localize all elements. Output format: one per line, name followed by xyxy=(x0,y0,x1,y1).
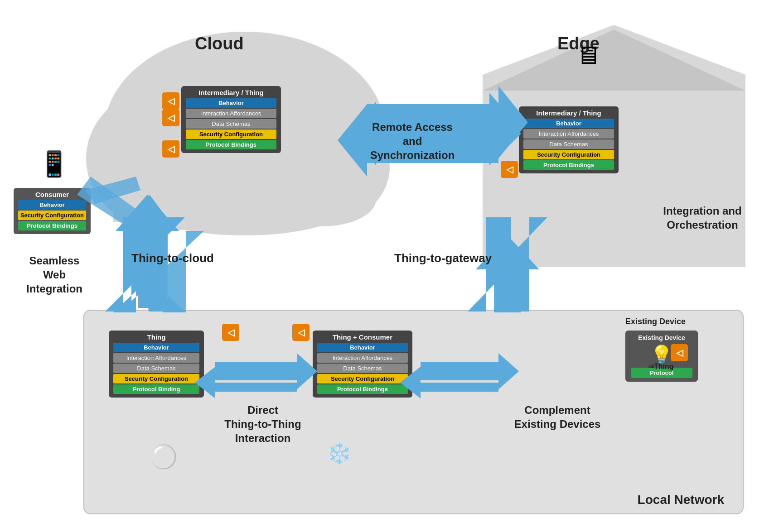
edge-interaction-row: Interaction Affordances xyxy=(523,129,614,139)
cloud-label: Cloud xyxy=(195,34,244,53)
thing-to-cloud-label: Thing-to-cloud xyxy=(131,251,214,265)
edge-intermediary-title: Intermediary / Thing xyxy=(523,109,614,117)
cloud-interaction-row: Interaction Affordances xyxy=(186,109,276,118)
cloud-arrow-1: ◁ xyxy=(162,92,179,110)
svg-point-5 xyxy=(267,172,376,226)
consumer-security-row: Security Configuration xyxy=(18,211,86,220)
edge-protocol-row: Protocol Bindings xyxy=(523,160,614,170)
cloud-arrow-2: ◁ xyxy=(162,109,179,126)
svg-point-3 xyxy=(131,163,358,235)
cloud-intermediary-box: Intermediary / Thing Behavior Interactio… xyxy=(181,86,281,153)
svg-marker-34 xyxy=(215,353,317,389)
thing-to-gateway-label: Thing-to-gateway xyxy=(394,251,492,265)
svg-marker-37 xyxy=(400,367,498,398)
existing-device-title: Existing Device xyxy=(631,334,692,341)
local-network-label: Local Network xyxy=(638,493,724,507)
thing-consumer-behavior-row: Behavior xyxy=(317,343,408,352)
thing-consumer-protocol-row: Protocol Bindings xyxy=(317,384,408,394)
thing-consumer-interaction-row: Interaction Affordances xyxy=(317,353,408,363)
thing-data-row: Data Schemas xyxy=(113,364,199,373)
cloud-security-row: Security Configuration xyxy=(186,129,276,139)
svg-marker-20 xyxy=(476,235,539,312)
cloud-protocol-row: Protocol Bindings xyxy=(186,140,276,149)
integration-label: Integration andOrchestration xyxy=(657,204,748,232)
edge-arrow-2: ◁ xyxy=(501,161,518,178)
thing-box: Thing Behavior Interaction Affordances D… xyxy=(109,331,204,398)
thing-local-arrow: ◁ xyxy=(222,324,239,341)
edge-data-row: Data Schemas xyxy=(523,139,614,149)
cloud-arrow-3: ◁ xyxy=(162,140,179,158)
consumer-box: Consumer Behavior Security Configuration… xyxy=(14,188,91,234)
thing-consumer-data-row: Data Schemas xyxy=(317,364,408,373)
thing-consumer-box: Thing + Consumer Behavior Interaction Af… xyxy=(313,331,412,398)
motion-sensor-icon: ⚪ xyxy=(150,444,178,470)
svg-point-4 xyxy=(109,172,218,226)
consumer-behavior-row: Behavior xyxy=(18,200,86,210)
thing-title: Thing xyxy=(113,333,199,341)
direct-label: DirectThing-to-ThingInteraction xyxy=(222,403,304,446)
diagram-container: Cloud Edge Local Network Intermediary / … xyxy=(0,0,774,532)
edge-intermediary-box: Intermediary / Thing Behavior Interactio… xyxy=(519,106,619,173)
seamless-label: SeamlessWeb Integration xyxy=(14,254,95,296)
server-icon: 🖥 xyxy=(576,41,600,70)
existing-device-plus: Existing Device xyxy=(625,317,686,326)
consumer-title: Consumer xyxy=(18,191,86,198)
cloud-intermediary-title: Intermediary / Thing xyxy=(186,89,276,96)
svg-marker-35 xyxy=(195,367,297,398)
consumer-protocol-row: Protocol Bindings xyxy=(18,221,86,230)
thing-consumer-security-row: Security Configuration xyxy=(317,374,408,383)
cloud-behavior-row: Behavior xyxy=(186,98,276,108)
svg-marker-36 xyxy=(421,353,519,389)
edge-behavior-row: Behavior xyxy=(523,119,614,128)
thing-consumer-arrow: ◁ xyxy=(292,324,310,341)
svg-marker-25 xyxy=(131,231,204,312)
tablet-icon: 📱 xyxy=(39,149,70,179)
thing-protocol-row: Protocol Binding xyxy=(113,384,199,394)
svg-marker-24 xyxy=(113,231,186,312)
existing-thing-label: ⇒Thing xyxy=(648,362,674,371)
svg-rect-6 xyxy=(113,181,335,222)
complement-label: ComplementExisting Devices xyxy=(512,403,603,431)
svg-marker-8 xyxy=(483,29,745,91)
thing-consumer-title: Thing + Consumer xyxy=(317,333,408,341)
remote-access-label: Remote Accessand Synchronization xyxy=(367,120,458,163)
cloud-data-row: Data Schemas xyxy=(186,119,276,129)
svg-marker-38 xyxy=(85,177,140,204)
existing-arrow: ◁ xyxy=(671,344,688,361)
thing-behavior-row: Behavior xyxy=(113,343,199,352)
edge-arrow-1: ◁ xyxy=(501,111,518,129)
edge-security-row: Security Configuration xyxy=(523,150,614,159)
svg-marker-18 xyxy=(118,231,181,312)
thing-interaction-row: Interaction Affordances xyxy=(113,353,199,363)
svg-marker-33 xyxy=(486,217,547,312)
ac-unit-icon: ❄️ xyxy=(326,441,352,465)
thing-security-row: Security Configuration xyxy=(113,374,199,383)
